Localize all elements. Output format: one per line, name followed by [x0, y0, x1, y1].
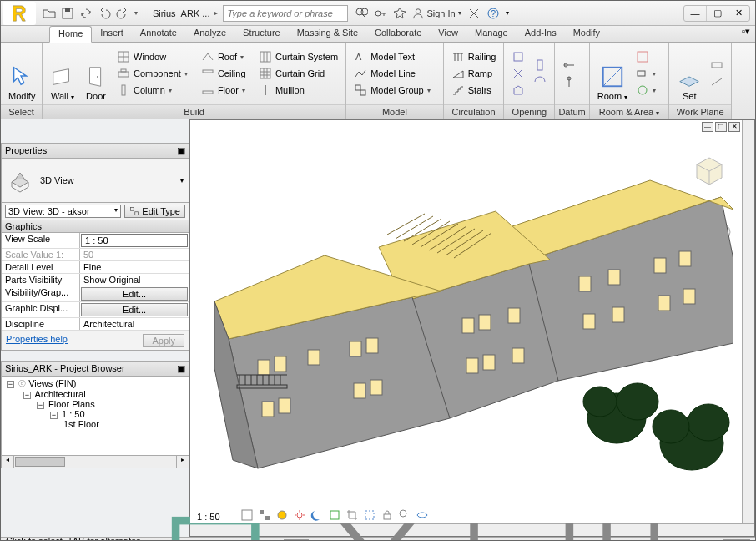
opening-5[interactable]: [531, 74, 549, 89]
ramp-button[interactable]: Ramp: [449, 66, 499, 81]
opening-4[interactable]: [531, 58, 549, 73]
tab-annotate[interactable]: Annotate: [132, 26, 185, 42]
tab-view[interactable]: View: [430, 26, 466, 42]
model-text-button[interactable]: AModel Text: [351, 49, 438, 64]
column-button[interactable]: Column▾: [114, 83, 195, 98]
edit-type-button[interactable]: Edit Type: [124, 205, 185, 218]
room-button[interactable]: Room ▾: [593, 44, 632, 103]
door-button[interactable]: Door: [79, 44, 113, 103]
infocenter-search-icon[interactable]: [355, 7, 368, 20]
properties-close-icon[interactable]: ▣: [177, 145, 185, 156]
project-browser-header[interactable]: Sirius_ARK - Project Browser ▣: [1, 361, 189, 377]
type-selector[interactable]: 3D View ▾: [2, 159, 189, 202]
modify-button[interactable]: Modify: [4, 44, 39, 103]
mullion-button[interactable]: Mullion: [256, 83, 340, 98]
tab-collaborate[interactable]: Collaborate: [366, 26, 430, 42]
tabs-overflow[interactable]: ▫▾: [737, 26, 755, 42]
help-dropdown[interactable]: ▾: [506, 9, 509, 17]
roomarea-tag[interactable]: ▾: [633, 66, 663, 81]
maximize-button[interactable]: ▢: [706, 6, 728, 21]
group-opening-label: Opening: [504, 104, 554, 119]
curtain-system-button[interactable]: Curtain System: [256, 49, 340, 64]
window-button[interactable]: Window: [114, 49, 195, 64]
3d-viewport[interactable]: — ▢ ✕: [190, 120, 742, 523]
apply-button[interactable]: Apply: [143, 334, 184, 347]
vpbar-detail-icon[interactable]: [258, 508, 271, 522]
tab-home[interactable]: Home: [49, 26, 92, 43]
roomarea-area[interactable]: ▾: [633, 83, 663, 98]
stairs-button[interactable]: Stairs: [449, 83, 499, 98]
qat-dropdown-icon[interactable]: ▾: [134, 7, 143, 20]
prop-detaillevel[interactable]: Fine: [80, 261, 189, 273]
browser-hscroll[interactable]: ◂▸: [1, 456, 189, 468]
vpbar-reveal-icon[interactable]: [416, 508, 429, 522]
signin-button[interactable]: Sign In ▾: [412, 8, 461, 19]
datum-level[interactable]: [560, 58, 578, 73]
tab-modify[interactable]: Modify: [565, 26, 608, 42]
tab-insert[interactable]: Insert: [92, 26, 132, 42]
tree-floorplans[interactable]: − Floor Plans: [3, 399, 187, 409]
opening-2[interactable]: [509, 66, 527, 81]
qat-redo-icon[interactable]: [116, 7, 129, 20]
wp-show[interactable]: [708, 58, 726, 73]
model-line-button[interactable]: Model Line: [351, 66, 438, 81]
tab-addins[interactable]: Add-Ins: [517, 26, 565, 42]
model-group-button[interactable]: Model Group▾: [351, 83, 438, 98]
vpbar-render-icon[interactable]: [328, 508, 341, 522]
tab-massing-site[interactable]: Massing & Site: [289, 26, 366, 42]
tab-manage[interactable]: Manage: [466, 26, 517, 42]
opening-3[interactable]: [509, 83, 527, 98]
qat-sync-icon[interactable]: [79, 7, 93, 20]
tree-150[interactable]: − 1 : 50: [3, 409, 187, 419]
vpbar-temp-icon[interactable]: [398, 508, 411, 522]
vpbar-lock-icon[interactable]: [381, 508, 394, 522]
exchange-icon[interactable]: [467, 7, 481, 20]
ceiling-button[interactable]: Ceiling: [199, 66, 253, 81]
roomarea-sep[interactable]: [633, 49, 663, 64]
vpbar-sunpath-icon[interactable]: [293, 508, 306, 522]
vpbar-shadows-icon[interactable]: [310, 508, 324, 522]
vpbar-visual-icon[interactable]: [275, 508, 289, 522]
tab-structure[interactable]: Structure: [234, 26, 289, 42]
tree-1stfloor[interactable]: 1st Floor: [3, 419, 187, 429]
qat-open-icon[interactable]: [43, 7, 56, 20]
browser-close-icon[interactable]: ▣: [177, 363, 185, 374]
key-icon[interactable]: [374, 7, 387, 20]
railing-button[interactable]: Railing: [449, 49, 499, 64]
component-button[interactable]: Component▾: [114, 66, 195, 81]
set-workplane-button[interactable]: Set: [673, 44, 706, 103]
wall-button[interactable]: Wall ▾: [46, 44, 79, 103]
properties-header[interactable]: Properties ▣: [1, 143, 189, 159]
prop-viewscale[interactable]: 1 : 50: [81, 234, 188, 247]
instance-dropdown[interactable]: 3D View: 3D - aksor▾: [5, 205, 121, 218]
tree-architectural[interactable]: − Architectural: [3, 389, 187, 399]
prop-graphicdisplay-edit[interactable]: Edit...: [81, 303, 188, 316]
opening-1[interactable]: [509, 49, 527, 64]
close-button[interactable]: ✕: [728, 6, 749, 21]
vpbar-cropregion-icon[interactable]: [363, 508, 376, 522]
roof-button[interactable]: Roof▾: [199, 49, 253, 64]
star-icon[interactable]: [393, 7, 406, 20]
help-icon[interactable]: ?: [486, 7, 500, 20]
qat-undo-icon[interactable]: [98, 7, 111, 20]
search-input[interactable]: [223, 5, 348, 22]
prop-partsvisibility[interactable]: Show Original: [80, 274, 189, 286]
tree-views[interactable]: − ⦾ Views (FIN): [3, 378, 187, 389]
vpbar-model-icon[interactable]: [240, 508, 254, 522]
datum-grid[interactable]: [560, 74, 578, 89]
prop-cat-graphics[interactable]: Graphics: [2, 220, 189, 233]
title-recent-dropdown[interactable]: ▸: [214, 7, 223, 20]
vpbar-crop-icon[interactable]: [345, 508, 359, 522]
curtain-grid-button[interactable]: Curtain Grid: [256, 66, 340, 81]
prop-discipline[interactable]: Architectural: [80, 318, 189, 330]
viewport-vscroll[interactable]: [742, 120, 754, 523]
tab-analyze[interactable]: Analyze: [185, 26, 234, 42]
floor-button[interactable]: Floor▾: [199, 83, 253, 98]
app-logo[interactable]: [3, 2, 36, 25]
wp-ref[interactable]: [708, 74, 726, 89]
properties-help-link[interactable]: Properties help: [6, 334, 68, 347]
qat-save-icon[interactable]: [61, 7, 74, 20]
minimize-button[interactable]: —: [684, 6, 706, 21]
prop-visgraphics-edit[interactable]: Edit...: [81, 287, 188, 301]
view-scale-indicator[interactable]: 1 : 50: [197, 512, 220, 522]
